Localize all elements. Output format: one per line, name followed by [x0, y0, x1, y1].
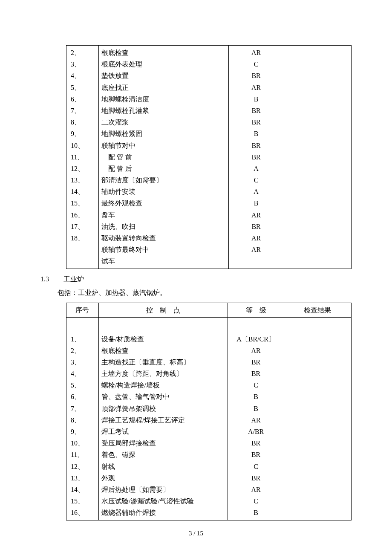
col-header-num: 序号 [66, 303, 99, 318]
table-cell [228, 318, 284, 332]
table-head-row: 序号 控 制 点 等 级 检查结果 [66, 303, 352, 318]
col-header-result: 检查结果 [284, 303, 351, 318]
table-cell [66, 318, 99, 332]
header-separator: --- [40, 21, 352, 28]
section-number: 1.3 [40, 273, 62, 286]
table-row: 1、2、3、4、5、6、7、8、9、10、11、12、13、14、15、16、设… [66, 332, 352, 520]
table-cell [98, 318, 228, 332]
table-cell: 根底检查根底外表处理垫铁放置底座找正地脚螺栓清洁度地脚螺栓孔灌浆二次灌浆地脚螺栓… [99, 46, 229, 269]
section-title: 工业炉 [63, 275, 84, 283]
table-1: 2、3、4、5、6、7、8、9、10、11、12、13、14、15、16、17、… [66, 45, 352, 269]
table-cell: ARCBRARBBRBRBBRBRACABARBRARAR [228, 46, 284, 269]
table-cell: 设备/材质检查根底检查主构造找正〔垂直度、标高〕主墙方度〔跨距、对角线〕螺栓/构… [98, 332, 228, 520]
page-number: 3 / 15 [40, 530, 352, 537]
table-row [66, 318, 352, 332]
table-cell: 1、2、3、4、5、6、7、8、9、10、11、12、13、14、15、16、 [66, 332, 99, 520]
col-header-grade: 等 级 [228, 303, 284, 318]
table-cell: 2、3、4、5、6、7、8、9、10、11、12、13、14、15、16、17、… [66, 46, 99, 269]
col-header-ctrl: 控 制 点 [98, 303, 228, 318]
table-cell [284, 318, 351, 332]
table-row: 2、3、4、5、6、7、8、9、10、11、12、13、14、15、16、17、… [66, 46, 352, 269]
table-cell [284, 46, 351, 269]
table-cell: A〔BR/CR〕ARBRBRCBBARA/BRBRBRCBRARCB [228, 332, 284, 520]
table-cell [284, 332, 351, 520]
section-subtext: 包括：工业炉、加热器、蒸汽锅炉。 [58, 287, 352, 299]
page-container: --- 2、3、4、5、6、7、8、9、10、11、12、13、14、15、16… [0, 0, 392, 550]
table-2: 序号 控 制 点 等 级 检查结果 1、2、3、4、5、6、7、8、9、10、1… [66, 303, 352, 520]
section-heading: 1.3 工业炉 [40, 273, 352, 286]
